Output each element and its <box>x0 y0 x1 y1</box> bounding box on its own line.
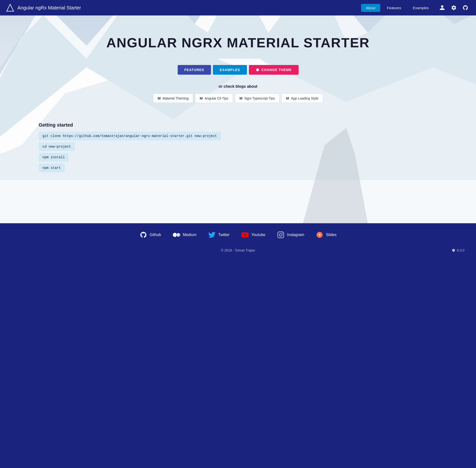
footer-github-link[interactable]: Github <box>140 231 161 239</box>
instagram-footer-icon <box>277 231 285 239</box>
settings-gear-icon <box>451 5 457 11</box>
github-footer-icon <box>140 231 147 239</box>
getting-started-section: Getting started git clone https://github… <box>0 122 476 174</box>
chip-app-loading[interactable]: M App Loading Style <box>281 93 323 103</box>
slides-footer-icon <box>316 231 323 239</box>
footer-bottom: © 2018 - Tomas Trajan 6.3.0 <box>0 245 476 256</box>
gear-icon <box>256 68 259 72</box>
nav-link-examples[interactable]: Examples <box>408 4 434 12</box>
logo-icon <box>6 3 14 12</box>
change-theme-button[interactable]: CHANGE THEME <box>249 65 299 75</box>
getting-started-title: Getting started <box>39 122 437 128</box>
command-git-clone[interactable]: git clone https://github.com/tomastrajan… <box>39 132 221 140</box>
footer-instagram-link[interactable]: Instagram <box>277 231 304 239</box>
svg-point-13 <box>280 234 282 236</box>
command-npm-install[interactable]: npm install <box>39 153 69 162</box>
chip-material-theming[interactable]: M Material Theming <box>153 93 193 103</box>
copyright: © 2018 - Tomas Trajan <box>221 248 255 252</box>
footer-twitter-link[interactable]: Twitter <box>208 231 230 239</box>
nav-links: About Features Examples <box>361 4 434 12</box>
account-circle-icon <box>439 5 445 11</box>
version-display: 6.3.0 <box>452 248 464 252</box>
footer-medium-link[interactable]: Medium <box>173 231 196 239</box>
footer-youtube-link[interactable]: Youtube <box>241 231 265 239</box>
features-button[interactable]: FEATURES <box>178 65 211 75</box>
svg-rect-12 <box>278 232 284 238</box>
blog-label: or check blogs about <box>219 84 258 89</box>
medium-footer-icon <box>173 231 180 239</box>
command-cd[interactable]: cd new-project <box>39 142 75 151</box>
hero-content: ANGULAR NGRX MATERIAL STARTER FEATURES E… <box>0 15 476 174</box>
hero-buttons: FEATURES EXAMPLES CHANGE THEME <box>178 65 299 75</box>
blog-chips: M Material Theming M Angular Cli Tips M … <box>153 93 323 103</box>
command-npm-start[interactable]: npm start <box>39 163 65 172</box>
github-nav-icon <box>462 5 468 11</box>
hero-title: ANGULAR NGRX MATERIAL STARTER <box>106 35 370 50</box>
nav-logo: Angular ngRx Material Starter <box>6 3 361 12</box>
nav-title: Angular ngRx Material Starter <box>17 5 81 11</box>
settings-icon-button[interactable] <box>449 3 459 13</box>
github-icon-button[interactable] <box>461 3 470 13</box>
footer-slides-link[interactable]: Slides <box>316 231 336 239</box>
account-icon-button[interactable] <box>437 3 447 13</box>
nav-link-about[interactable]: About <box>361 4 380 12</box>
nav-link-features[interactable]: Features <box>382 4 406 12</box>
youtube-footer-icon <box>241 231 249 239</box>
svg-rect-11 <box>0 180 476 223</box>
footer: Github Medium Twitter <box>0 223 476 260</box>
examples-button[interactable]: EXAMPLES <box>213 65 247 75</box>
version-icon <box>452 248 455 252</box>
chip-ngrx-typescript[interactable]: M Ngrx Typescript Tips <box>235 93 280 103</box>
navbar: Angular ngRx Material Starter About Feat… <box>0 0 476 15</box>
nav-icons <box>437 3 470 13</box>
footer-links: Github Medium Twitter <box>0 231 476 239</box>
chip-angular-cli[interactable]: M Angular Cli Tips <box>195 93 233 103</box>
twitter-footer-icon <box>208 231 216 239</box>
hero-section: ANGULAR NGRX MATERIAL STARTER FEATURES E… <box>0 15 476 223</box>
svg-point-14 <box>282 233 283 234</box>
svg-marker-0 <box>7 4 14 11</box>
